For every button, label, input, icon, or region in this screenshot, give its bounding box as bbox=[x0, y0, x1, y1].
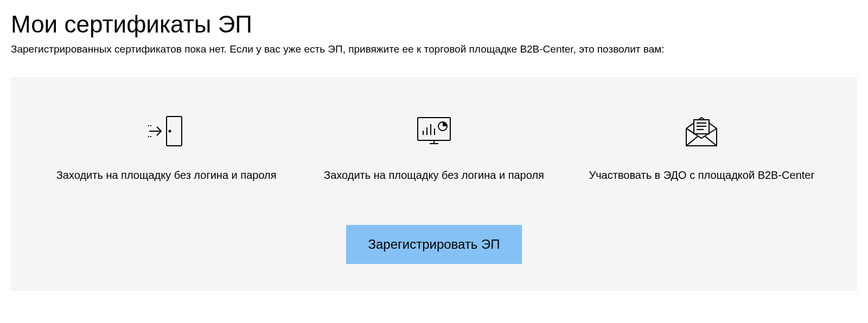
register-ep-button[interactable]: Зарегистрировать ЭП bbox=[346, 225, 521, 264]
features-row: Заходить на площадку без логина и пароля… bbox=[33, 109, 835, 182]
feature-text: Заходить на площадку без логина и пароля bbox=[56, 169, 277, 182]
analytics-monitor-icon bbox=[412, 109, 456, 153]
page-title: Мои сертификаты ЭП bbox=[11, 11, 857, 38]
feature-item: Заходить на площадку без логина и пароля bbox=[300, 109, 567, 182]
login-door-icon bbox=[145, 109, 188, 153]
feature-text: Участвовать в ЭДО с площадкой B2B-Center bbox=[589, 169, 814, 182]
cta-wrapper: Зарегистрировать ЭП bbox=[33, 225, 835, 264]
page-subtitle: Зарегистрированных сертификатов пока нет… bbox=[11, 43, 857, 55]
svg-point-1 bbox=[169, 131, 170, 132]
feature-text: Заходить на площадку без логина и пароля bbox=[324, 169, 544, 182]
feature-item: Заходить на площадку без логина и пароля bbox=[33, 109, 300, 182]
envelope-document-icon bbox=[680, 109, 723, 153]
feature-item: Участвовать в ЭДО с площадкой B2B-Center bbox=[568, 109, 835, 182]
certificates-panel: Заходить на площадку без логина и пароля… bbox=[11, 77, 857, 291]
